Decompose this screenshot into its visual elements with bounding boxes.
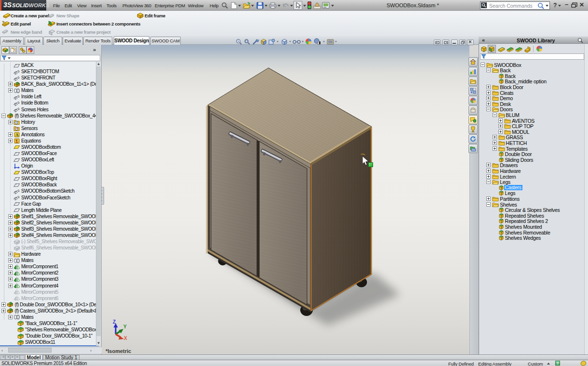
svg-text:A: A: [15, 132, 19, 137]
svg-text:X: X: [124, 336, 127, 341]
svg-text:Z: Z: [113, 319, 116, 325]
svg-text:Y: Y: [123, 324, 127, 329]
svg-text:Σ: Σ: [15, 139, 18, 144]
